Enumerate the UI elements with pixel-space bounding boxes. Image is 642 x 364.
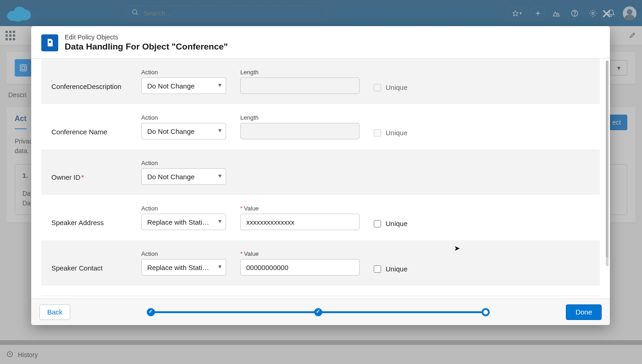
action-select[interactable]: Do Not ChangeReplace with Stati… — [141, 259, 226, 276]
unique-label: Unique — [386, 265, 408, 273]
length-label: Length — [240, 69, 366, 76]
progress-indicator — [77, 311, 559, 313]
modal-title: Data Handling For Object "Conference" — [65, 42, 228, 52]
unique-checkbox — [374, 84, 381, 91]
done-button[interactable]: Done — [566, 304, 602, 320]
field-name: Owner ID* — [51, 173, 134, 185]
value-input[interactable] — [240, 214, 360, 230]
modal-eyebrow: Edit Policy Objects — [65, 33, 228, 41]
field-row: Conference NameActionDo Not ChangeReplac… — [41, 104, 600, 149]
modal-body: ConferenceDescriptionActionDo Not Change… — [31, 59, 610, 298]
edit-policy-modal: Edit Policy Objects Data Handling For Ob… — [31, 26, 610, 325]
action-label: Action — [141, 69, 233, 76]
field-name: ConferenceDescription — [51, 83, 134, 94]
modal-header-icon — [41, 34, 58, 51]
field-row: Speaker ContactActionDo Not ChangeReplac… — [41, 240, 600, 286]
field-row: Owner ID*ActionDo Not ChangeReplace with… — [41, 149, 600, 195]
files-accordion[interactable]: ⌄Files and Attachments — [41, 296, 600, 298]
scrollbar-thumb[interactable] — [606, 61, 609, 258]
action-select[interactable]: Do Not ChangeReplace with Stati… — [141, 168, 226, 185]
unique-label: Unique — [386, 83, 408, 91]
field-name: Speaker Contact — [51, 264, 134, 276]
length-input — [240, 123, 360, 139]
value-label: *Value — [240, 250, 366, 257]
unique-checkbox[interactable] — [374, 220, 381, 227]
action-select[interactable]: Do Not ChangeReplace with Stati… — [141, 77, 226, 94]
field-row: ConferenceDescriptionActionDo Not Change… — [41, 59, 600, 104]
field-name: Conference Name — [51, 128, 134, 139]
action-label: Action — [141, 250, 233, 257]
value-label: *Value — [240, 205, 366, 212]
length-input — [240, 77, 360, 94]
modal-header: Edit Policy Objects Data Handling For Ob… — [31, 26, 610, 59]
unique-checkbox — [374, 129, 381, 137]
back-button[interactable]: Back — [39, 304, 70, 320]
scroll-area[interactable]: ConferenceDescriptionActionDo Not Change… — [31, 59, 610, 298]
action-label: Action — [141, 160, 233, 166]
field-row: Speaker AddressActionDo Not ChangeReplac… — [41, 195, 600, 240]
unique-label: Unique — [386, 220, 408, 227]
progress-step-2 — [314, 308, 322, 316]
action-select[interactable]: Do Not ChangeReplace with Stati… — [141, 123, 226, 139]
modal-footer: Back Done — [31, 298, 610, 325]
field-name: Speaker Address — [51, 219, 134, 230]
unique-checkbox[interactable] — [374, 265, 381, 273]
unique-label: Unique — [386, 129, 408, 137]
value-input[interactable] — [240, 259, 360, 276]
length-label: Length — [240, 114, 366, 121]
action-label: Action — [141, 114, 233, 121]
action-label: Action — [141, 205, 233, 212]
progress-step-1 — [147, 308, 155, 316]
action-select[interactable]: Do Not ChangeReplace with Stati… — [141, 214, 226, 230]
progress-step-3 — [482, 308, 490, 316]
